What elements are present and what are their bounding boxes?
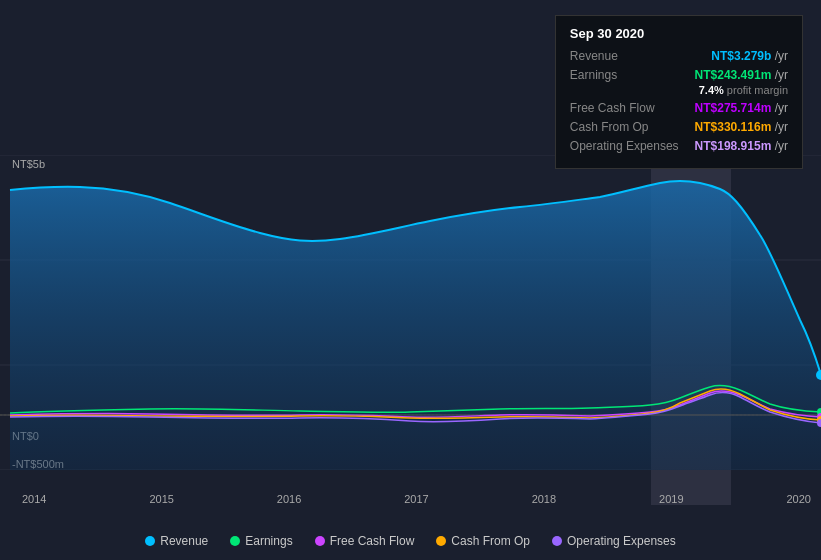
tooltip-title: Sep 30 2020 bbox=[570, 26, 788, 41]
legend-label-revenue: Revenue bbox=[160, 534, 208, 548]
tooltip-row-fcf: Free Cash Flow NT$275.714m /yr bbox=[570, 101, 788, 115]
x-label-2016: 2016 bbox=[277, 493, 301, 505]
tooltip-value-cfo: NT$330.116m /yr bbox=[695, 120, 788, 134]
x-axis: 2014 2015 2016 2017 2018 2019 2020 bbox=[22, 493, 811, 505]
legend-item-cfo[interactable]: Cash From Op bbox=[436, 534, 530, 548]
legend-label-fcf: Free Cash Flow bbox=[330, 534, 415, 548]
tooltip-box: Sep 30 2020 Revenue NT$3.279b /yr Earnin… bbox=[555, 15, 803, 169]
legend-dot-opex bbox=[552, 536, 562, 546]
legend-dot-cfo bbox=[436, 536, 446, 546]
legend-dot-revenue bbox=[145, 536, 155, 546]
legend-dot-fcf bbox=[315, 536, 325, 546]
x-label-2019: 2019 bbox=[659, 493, 683, 505]
legend-label-opex: Operating Expenses bbox=[567, 534, 676, 548]
x-label-2017: 2017 bbox=[404, 493, 428, 505]
x-label-2020: 2020 bbox=[786, 493, 810, 505]
legend-label-cfo: Cash From Op bbox=[451, 534, 530, 548]
tooltip-label-cfo: Cash From Op bbox=[570, 120, 649, 134]
legend-item-revenue[interactable]: Revenue bbox=[145, 534, 208, 548]
tooltip-label-revenue: Revenue bbox=[570, 49, 618, 63]
legend-item-fcf[interactable]: Free Cash Flow bbox=[315, 534, 415, 548]
x-label-2018: 2018 bbox=[532, 493, 556, 505]
main-chart bbox=[0, 155, 821, 470]
tooltip-row-opex: Operating Expenses NT$198.915m /yr bbox=[570, 139, 788, 153]
chart-container: Sep 30 2020 Revenue NT$3.279b /yr Earnin… bbox=[0, 0, 821, 560]
x-label-2014: 2014 bbox=[22, 493, 46, 505]
tooltip-value-opex: NT$198.915m /yr bbox=[695, 139, 788, 153]
legend-item-opex[interactable]: Operating Expenses bbox=[552, 534, 676, 548]
legend-item-earnings[interactable]: Earnings bbox=[230, 534, 292, 548]
tooltip-row-revenue: Revenue NT$3.279b /yr bbox=[570, 49, 788, 63]
tooltip-label-opex: Operating Expenses bbox=[570, 139, 679, 153]
tooltip-label-earnings: Earnings bbox=[570, 68, 617, 82]
legend: Revenue Earnings Free Cash Flow Cash Fro… bbox=[0, 534, 821, 548]
tooltip-sub-earnings: 7.4% profit margin bbox=[570, 84, 788, 96]
tooltip-label-fcf: Free Cash Flow bbox=[570, 101, 655, 115]
tooltip-row-earnings: Earnings NT$243.491m /yr bbox=[570, 68, 788, 82]
tooltip-row-cfo: Cash From Op NT$330.116m /yr bbox=[570, 120, 788, 134]
tooltip-value-fcf: NT$275.714m /yr bbox=[695, 101, 788, 115]
x-label-2015: 2015 bbox=[149, 493, 173, 505]
tooltip-value-earnings: NT$243.491m /yr bbox=[695, 68, 788, 82]
legend-dot-earnings bbox=[230, 536, 240, 546]
tooltip-value-revenue: NT$3.279b /yr bbox=[711, 49, 788, 63]
legend-label-earnings: Earnings bbox=[245, 534, 292, 548]
